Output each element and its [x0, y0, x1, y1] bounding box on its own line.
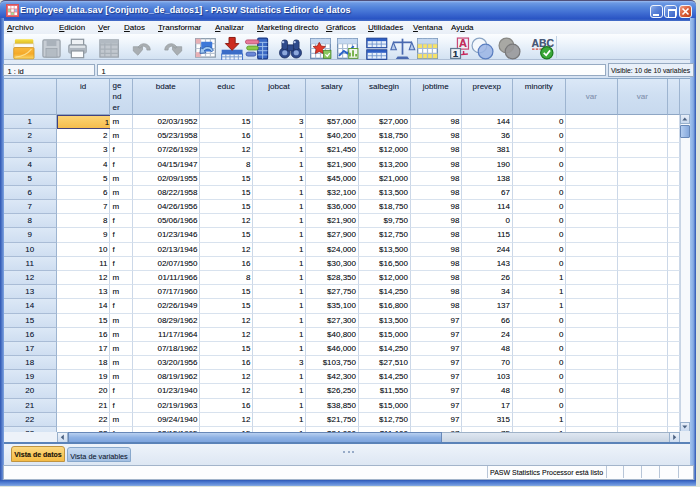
- svg-text:1: 1: [452, 48, 458, 59]
- svg-text:A: A: [458, 37, 466, 49]
